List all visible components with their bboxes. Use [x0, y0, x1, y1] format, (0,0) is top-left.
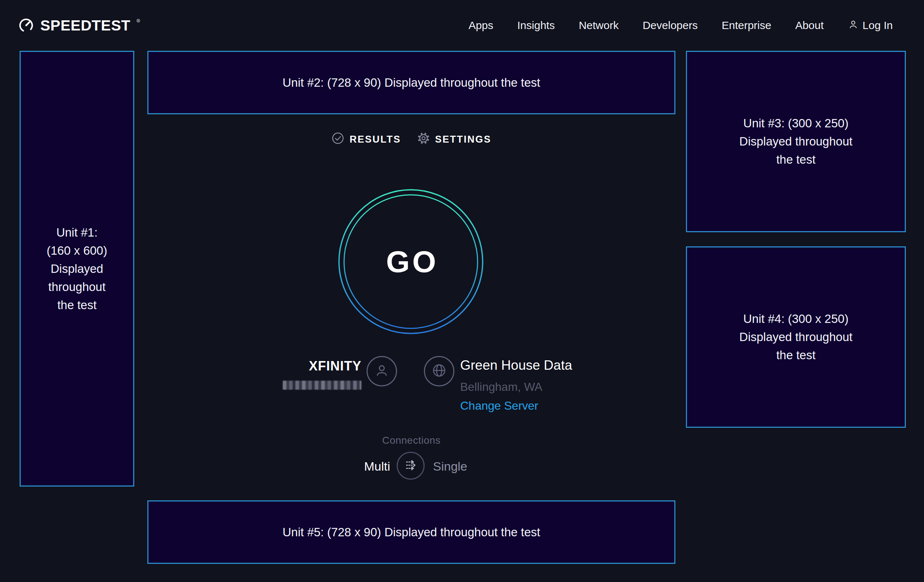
server-name: Green House Data	[460, 358, 573, 373]
ad-line: Unit #3: (300 x 250)	[739, 114, 853, 132]
ad-unit-4: Unit #4: (300 x 250) Displayed throughou…	[686, 246, 906, 428]
person-icon	[848, 19, 859, 32]
tab-results-label: RESULTS	[350, 134, 401, 145]
connections-single-option[interactable]: Single	[433, 459, 467, 473]
ad-line: throughout	[47, 278, 107, 296]
main-nav: Apps Insights Network Developers Enterpr…	[469, 19, 893, 32]
speedometer-icon	[18, 17, 35, 34]
nav-item-developers[interactable]: Developers	[643, 19, 698, 31]
connections-title: Connections	[147, 435, 675, 446]
nav-item-insights[interactable]: Insights	[517, 19, 554, 31]
go-button[interactable]: GO	[336, 186, 486, 337]
ad-line: Displayed	[47, 260, 107, 278]
nav-item-apps[interactable]: Apps	[469, 19, 493, 31]
ip-address-redacted	[283, 381, 361, 390]
nav-item-network[interactable]: Network	[579, 19, 619, 31]
ad-unit-4-text: Unit #4: (300 x 250) Displayed throughou…	[739, 310, 853, 364]
ad-line: Unit #1:	[47, 224, 107, 242]
ad-line: Displayed throughout	[739, 132, 853, 150]
ad-line: Displayed throughout	[739, 328, 853, 346]
nav-item-about[interactable]: About	[795, 19, 823, 31]
server-avatar	[424, 356, 454, 386]
isp-avatar	[366, 356, 397, 386]
ad-unit-2: Unit #2: (728 x 90) Displayed throughout…	[147, 51, 675, 114]
login-button[interactable]: Log In	[848, 19, 893, 32]
tab-settings-label: SETTINGS	[435, 134, 492, 145]
multi-connection-icon	[402, 457, 419, 475]
check-circle-icon	[332, 132, 345, 147]
ad-line: the test	[739, 150, 853, 169]
tab-settings[interactable]: SETTINGS	[417, 132, 492, 147]
ad-line: the test	[739, 346, 853, 364]
ad-unit-5-text: Unit #5: (728 x 90) Displayed throughout…	[283, 523, 540, 541]
ad-unit-1: Unit #1: (160 x 600) Displayed throughou…	[20, 51, 134, 486]
connections-toggle[interactable]	[397, 452, 425, 480]
user-icon	[373, 362, 390, 380]
ad-line: (160 x 600)	[47, 242, 107, 260]
speedtest-page: SPEEDTEST ® Apps Insights Network Develo…	[0, 0, 924, 582]
top-nav-bar: SPEEDTEST ® Apps Insights Network Develo…	[0, 0, 924, 51]
gear-icon	[417, 132, 430, 147]
tabs-row: RESULTS SETTINGS	[147, 130, 675, 149]
connections-multi-option[interactable]: Multi	[348, 459, 390, 473]
isp-name: XFINITY	[274, 358, 361, 374]
ad-unit-5: Unit #5: (728 x 90) Displayed throughout…	[147, 500, 675, 564]
ad-unit-2-text: Unit #2: (728 x 90) Displayed throughout…	[283, 74, 540, 92]
server-location: Bellingham, WA	[460, 380, 542, 394]
nav-item-enterprise[interactable]: Enterprise	[721, 19, 771, 31]
logo-trademark: ®	[137, 18, 140, 23]
speedtest-logo[interactable]: SPEEDTEST ®	[18, 17, 140, 34]
go-button-label: GO	[336, 186, 486, 337]
ad-unit-1-text: Unit #1: (160 x 600) Displayed throughou…	[47, 224, 107, 314]
globe-icon	[431, 362, 447, 380]
ad-line: the test	[47, 296, 107, 314]
login-label: Log In	[863, 19, 893, 31]
logo-text: SPEEDTEST	[40, 17, 130, 34]
change-server-link[interactable]: Change Server	[460, 399, 538, 412]
ad-unit-3-text: Unit #3: (300 x 250) Displayed throughou…	[739, 114, 853, 169]
ad-unit-3: Unit #3: (300 x 250) Displayed throughou…	[686, 51, 906, 232]
tab-results[interactable]: RESULTS	[332, 132, 401, 147]
ad-line: Unit #4: (300 x 250)	[739, 310, 853, 328]
